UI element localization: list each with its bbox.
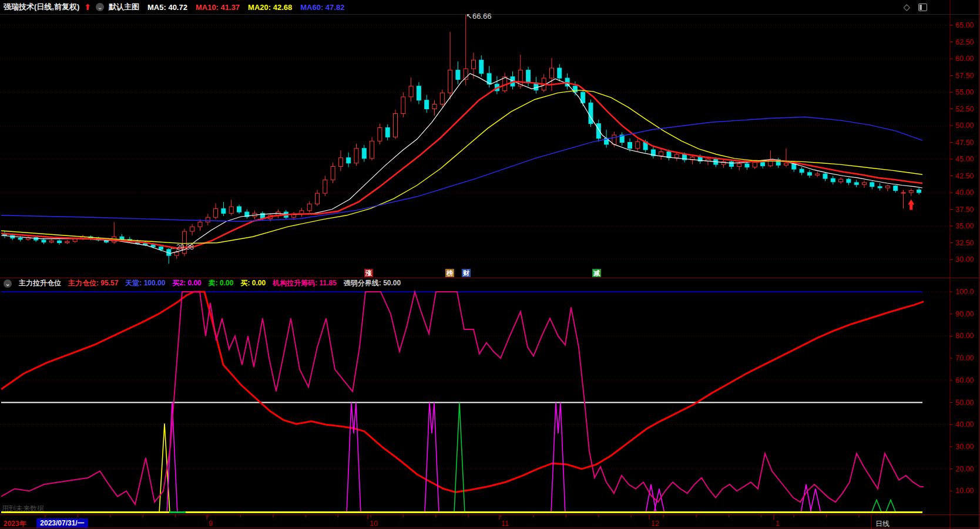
buy-signal-arrow-icon	[908, 199, 914, 210]
svg-text:40.00: 40.00	[955, 420, 974, 429]
svg-text:70.00: 70.00	[955, 354, 974, 362]
svg-text:62.50: 62.50	[955, 38, 974, 46]
ma-line-MA20	[1, 90, 922, 244]
svg-text:47.50: 47.50	[955, 139, 974, 147]
indicator-panel-layer	[1, 292, 924, 513]
svg-text:50.00: 50.00	[955, 399, 974, 407]
signal-spike	[871, 500, 882, 513]
svg-text:50.00: 50.00	[955, 122, 974, 130]
svg-text:30.00: 30.00	[955, 443, 974, 451]
svg-text:90.00: 90.00	[955, 310, 974, 318]
svg-text:60.00: 60.00	[955, 55, 974, 63]
svg-text:52.50: 52.50	[955, 105, 974, 113]
date-box[interactable]: 2023/07/31/一	[36, 518, 88, 528]
signal-spike	[885, 500, 896, 513]
svg-text:40.00: 40.00	[955, 188, 974, 197]
svg-text:55.00: 55.00	[955, 88, 974, 96]
year-label: 2023年	[4, 519, 26, 529]
svg-text:37.50: 37.50	[955, 205, 974, 214]
svg-text:10: 10	[370, 520, 378, 528]
ma-line-MA60	[1, 117, 922, 221]
svg-text:35.00: 35.00	[955, 222, 974, 230]
signal-spike	[551, 403, 565, 514]
svg-text:9: 9	[209, 520, 213, 528]
svg-text:60.00: 60.00	[955, 376, 974, 385]
app-window: 用到未来数据 65.0062.5060.0057.5055.0052.5050.…	[0, 0, 980, 529]
svg-text:11: 11	[501, 520, 509, 528]
svg-text:32.50: 32.50	[955, 239, 974, 247]
svg-text:45.00: 45.00	[955, 155, 974, 163]
signal-spike	[810, 489, 821, 514]
signal-spike	[425, 403, 439, 514]
chart-canvas[interactable]: 65.0062.5060.0057.5055.0052.5050.0047.50…	[0, 0, 980, 529]
svg-text:100.0: 100.0	[955, 288, 974, 296]
svg-text:10.00: 10.00	[955, 487, 974, 495]
period-label[interactable]: 日线	[875, 519, 890, 529]
svg-text:42.50: 42.50	[955, 172, 974, 180]
svg-text:65.00: 65.00	[955, 21, 974, 29]
high-arrow-icon: ↖	[466, 12, 472, 21]
signal-spike	[454, 403, 465, 514]
svg-text:1: 1	[776, 520, 780, 528]
signal-spike	[159, 423, 170, 513]
svg-text:80.00: 80.00	[955, 332, 974, 340]
signal-spike	[347, 403, 361, 514]
svg-text:30.00: 30.00	[955, 255, 974, 264]
svg-text:57.50: 57.50	[955, 72, 974, 80]
candlestick-layer	[3, 14, 921, 264]
svg-text:12: 12	[651, 520, 659, 528]
high-price-marker: ↖66.66	[466, 12, 491, 21]
low-price-marker: ←29.38	[169, 243, 194, 251]
svg-text:20.00: 20.00	[955, 465, 974, 473]
